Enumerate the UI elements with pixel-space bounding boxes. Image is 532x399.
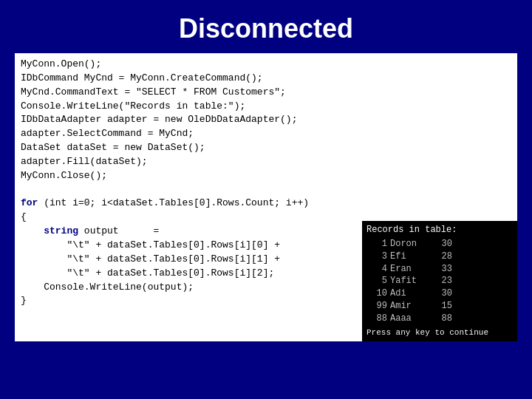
code-line: MyConn.Open(); <box>21 58 101 69</box>
table-row: 10 Adi 30 <box>366 287 513 300</box>
code-line: } <box>21 295 27 306</box>
main-content: MyConn.Open(); IDbCommand MyCnd = MyConn… <box>15 53 517 341</box>
code-line: IDbDataAdapter adapter = new OleDbDataAd… <box>21 114 297 125</box>
page-title: Disconnected <box>0 0 532 53</box>
code-line: adapter.Fill(dataSet); <box>21 156 148 167</box>
code-line: Console.WriteLine("Records in table:"); <box>21 100 245 112</box>
code-line: "\t" + dataSet.Tables[0].Rows[i][0] + <box>21 239 280 250</box>
table-row: 1 Doron 30 <box>366 238 513 250</box>
code-line: adapter.SelectCommand = MyCnd; <box>21 128 194 139</box>
table-row: 99 Amir 15 <box>366 300 513 313</box>
table-row: 5 Yafit 23 <box>366 275 513 287</box>
press-any-key-label: Press any key to continue <box>366 327 513 338</box>
table-row: 88 Aaaa 88 <box>366 313 513 325</box>
code-line: string output = <box>21 225 159 236</box>
code-line: MyConn.Close(); <box>21 170 107 181</box>
code-line: "\t" + dataSet.Tables[0].Rows[i][2]; <box>21 267 274 279</box>
code-line: "\t" + dataSet.Tables[0].Rows[i][1] + <box>21 253 280 265</box>
code-line: for (int i=0; i<dataSet.Tables[0].Rows.C… <box>21 197 309 208</box>
table-row: 4 Eran 33 <box>366 263 513 276</box>
table-row: 3 Efi 28 <box>366 250 513 263</box>
console-records: 1 Doron 30 3 Efi 28 4 Eran 33 5 Yafit 23… <box>366 238 513 325</box>
code-line: IDbCommand MyCnd = MyConn.CreateCommand(… <box>21 72 263 83</box>
code-line: { <box>21 211 27 222</box>
code-line: Console.WriteLine(output); <box>21 282 194 293</box>
code-line: MyCnd.CommandText = "SELECT * FROM Custo… <box>21 86 286 98</box>
console-header: Records in table: <box>366 224 513 236</box>
console-output: Records in table: 1 Doron 30 3 Efi 28 4 … <box>362 221 517 341</box>
code-line: DataSet dataSet = new DataSet(); <box>21 142 205 153</box>
